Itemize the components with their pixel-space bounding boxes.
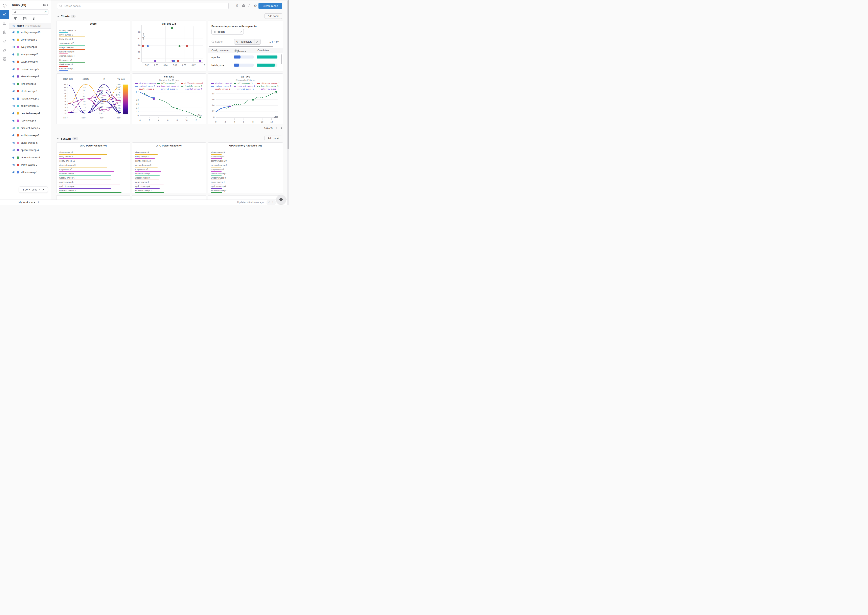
eye-icon[interactable] [12,112,15,115]
horizontal-scrollbar[interactable] [209,46,273,47]
eye-icon[interactable] [12,60,15,63]
panel-parallel-coordinates[interactable]: batch_size6560555045403530252015nullepoc… [56,73,130,124]
param-table-row[interactable]: epochs [208,53,283,61]
eye-icon[interactable] [12,68,15,70]
caret-down-icon[interactable]: ▾ [29,189,30,191]
info-icon[interactable]: i [0,1,9,10]
metric-select[interactable]: epoch [211,29,244,34]
charts-prev-icon[interactable] [275,127,278,130]
regex-toggle-icon[interactable]: .* [44,11,47,14]
eye-icon[interactable] [12,156,15,159]
run-list-item[interactable]: wobbly-sweep-6 [9,132,51,139]
panel-search-input[interactable] [64,5,226,8]
eye-icon[interactable] [12,90,15,93]
eye-icon[interactable] [12,45,15,48]
nav-runs-table-icon[interactable] [0,19,9,28]
eye-icon[interactable] [12,105,15,107]
param-search-box[interactable] [211,41,234,43]
col-importance[interactable]: Importance [234,49,239,52]
run-list-item[interactable]: eternal-sweep-4 [9,73,51,80]
vertical-scrollbar[interactable] [281,54,282,64]
filter-icon[interactable] [14,17,17,21]
scrollbar-thumb[interactable] [287,0,289,149]
caret-down-icon[interactable]: ▾ [274,41,275,43]
eye-icon[interactable] [12,119,15,122]
eye-icon[interactable] [12,149,15,151]
magic-wand-icon[interactable] [254,39,261,44]
parameters-manage-button[interactable]: ⚙ Parameters [234,39,254,44]
eye-icon[interactable] [12,31,15,34]
add-panel-button-charts[interactable]: Add panel [264,13,282,19]
panel-val-acc-v-lr[interactable]: val_acc v. lr 0.40.50.60.70.80.020.030.0… [132,20,206,72]
eye-icon[interactable] [12,171,15,174]
x-axis-settings-icon[interactable]: x [236,4,239,8]
run-list-item[interactable]: ethereal-sweep-3 [9,154,51,161]
sort-icon[interactable] [33,17,36,21]
run-list-item[interactable]: sunny-sweep-7 [9,51,51,58]
run-list-item[interactable]: warm-sweep-2 [9,161,51,169]
eye-icon[interactable] [12,83,15,85]
eye-icon[interactable] [12,24,15,27]
run-list-item[interactable]: eager-sweep-5 [9,139,51,147]
run-list-item[interactable]: comfy-sweep-10 [9,102,51,110]
eye-icon[interactable] [12,53,15,56]
chevron-down-icon[interactable] [57,14,59,18]
run-list-item[interactable]: radiant-sweep-1 [9,95,51,103]
run-list-item[interactable]: apricot-sweep-4 [9,147,51,154]
panel-val-acc[interactable]: val_acc Showing first 10 runs glorious-s… [208,73,283,124]
run-list-item[interactable]: devoted-sweep-9 [9,110,51,117]
eye-icon[interactable] [12,164,15,166]
eye-icon[interactable] [12,141,15,144]
panel-search-box[interactable] [57,3,229,9]
run-list-item[interactable]: sleek-sweep-2 [9,87,51,95]
next-page-icon[interactable] [42,189,44,191]
eye-icon[interactable] [12,75,15,78]
nav-artifacts-database-icon[interactable] [0,55,9,63]
panel-gpu-power-w[interactable]: GPU Power Usage (W) silver-sweep-9lively… [56,142,130,193]
undo-icon[interactable]: ↺ [268,201,270,204]
eye-icon[interactable] [12,134,15,137]
run-list-item[interactable]: rosy-sweep-8 [9,117,51,125]
charts-section-header[interactable]: Charts 9 [57,14,76,18]
runs-columns-header[interactable]: Name (49 visualized) [9,23,51,29]
page-range-label[interactable]: 1-20 [23,188,28,191]
group-list-icon[interactable] [23,17,27,21]
redo-icon[interactable]: ↻ [272,201,275,204]
panel-score[interactable]: score wobbly-sweep-10silver-sweep-9livel… [56,20,130,72]
panel-gpu-power-pct[interactable]: GPU Power Usage (%) silver-sweep-9lively… [132,142,206,193]
col-correlation[interactable]: Correlation [258,49,269,52]
help-chat-button[interactable] [276,195,286,204]
chevron-down-icon[interactable] [57,137,59,140]
param-page-range[interactable]: 1-4 [269,41,273,43]
param-table-row[interactable] [208,69,283,71]
outliers-icon[interactable] [248,4,251,8]
system-section-header[interactable]: System 14 [57,137,78,140]
page-scrollbar[interactable] [287,0,289,205]
param-table-row[interactable]: batch_size [208,61,283,69]
last-updated-label[interactable]: Updated 48 minutes ago [237,201,264,204]
workspace-menu-icon[interactable]: ⋮ [37,201,39,204]
charts-next-icon[interactable] [280,127,282,130]
runs-search-box[interactable]: .* [12,9,48,15]
runs-search-input[interactable] [16,11,44,14]
run-list-item[interactable]: silver-sweep-9 [9,36,51,44]
run-list-item[interactable]: kind-sweep-3 [9,80,51,88]
eye-icon[interactable] [12,38,15,41]
panel-val-loss[interactable]: val_loss Showing first 10 runs glorious-… [132,73,206,124]
nav-sweeps-broom-icon[interactable] [0,37,9,45]
run-list-item[interactable]: swept-sweep-6 [9,58,51,66]
col-config-parameter[interactable]: Config parameter [211,49,229,52]
param-search-input[interactable] [215,41,229,43]
run-list-item[interactable]: different-sweep-7 [9,125,51,132]
create-report-button[interactable]: Create report [258,3,282,9]
nav-reports-clipboard-icon[interactable] [0,28,9,37]
smoothing-iron-icon[interactable] [242,4,245,8]
nav-launch-rocket-icon[interactable] [0,45,9,55]
panel-parameter-importance[interactable]: Parameter importance with respect to epo… [208,20,283,72]
run-list-item[interactable]: lively-sweep-8 [9,44,51,51]
runs-table-toggle-icon[interactable] [43,3,48,7]
run-list-item[interactable]: stilted-sweep-1 [9,169,51,176]
eye-icon[interactable] [12,127,15,130]
workspace-name-label[interactable]: My Workspace [19,201,35,204]
eye-icon[interactable] [12,97,15,100]
